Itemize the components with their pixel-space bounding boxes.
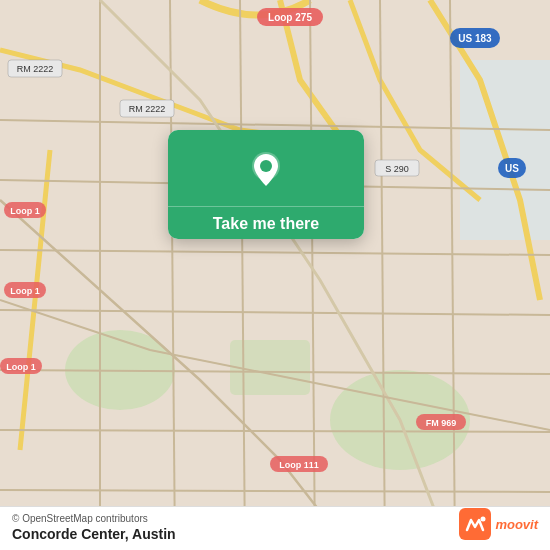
svg-text:S 290: S 290 xyxy=(385,164,409,174)
svg-text:Loop 275: Loop 275 xyxy=(268,12,312,23)
svg-text:FM 969: FM 969 xyxy=(426,418,457,428)
svg-text:Loop 1: Loop 1 xyxy=(10,206,40,216)
svg-text:US 183: US 183 xyxy=(458,33,492,44)
take-me-there-button[interactable]: Take me there xyxy=(168,206,364,239)
svg-text:US: US xyxy=(505,163,519,174)
popup-header xyxy=(168,130,364,206)
svg-text:RM 2222: RM 2222 xyxy=(129,104,166,114)
svg-text:Loop 111: Loop 111 xyxy=(279,460,319,470)
moovit-icon xyxy=(459,508,491,540)
svg-point-43 xyxy=(481,517,486,522)
map-container: Loop 275 US 183 RM 2222 RM 2222 Loop 1 L… xyxy=(0,0,550,550)
svg-rect-42 xyxy=(459,508,491,540)
svg-point-41 xyxy=(260,160,272,172)
svg-text:Loop 1: Loop 1 xyxy=(10,286,40,296)
moovit-text: moovit xyxy=(495,517,538,532)
svg-text:Loop 1: Loop 1 xyxy=(6,362,36,372)
moovit-logo: moovit xyxy=(459,508,538,540)
map-background: Loop 275 US 183 RM 2222 RM 2222 Loop 1 L… xyxy=(0,0,550,550)
svg-text:RM 2222: RM 2222 xyxy=(17,64,54,74)
popup-card: Take me there xyxy=(168,130,364,239)
location-pin-icon xyxy=(244,148,288,192)
